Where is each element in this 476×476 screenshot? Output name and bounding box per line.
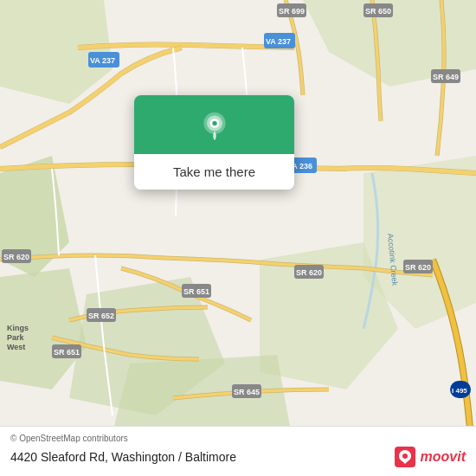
svg-text:SR 651: SR 651 (183, 287, 209, 296)
svg-point-48 (402, 453, 408, 459)
svg-text:West: West (7, 343, 25, 351)
map-svg: VA 237 VA 237 VA 236 VA 236 SR 699 SR 65… (0, 0, 476, 476)
map-container: VA 237 VA 237 VA 236 VA 236 SR 699 SR 65… (0, 0, 476, 476)
svg-point-46 (212, 121, 216, 125)
copyright-text: © OpenStreetMap contributors (10, 434, 466, 443)
take-me-there-button[interactable]: Take me there (134, 154, 294, 190)
svg-text:SR 620: SR 620 (3, 253, 29, 261)
moovit-logo: moovit (393, 445, 466, 469)
popup-card: Take me there (134, 95, 294, 190)
svg-text:I 495: I 495 (452, 387, 467, 395)
bottom-bar: © OpenStreetMap contributors 4420 Sleafo… (0, 426, 476, 476)
svg-text:SR 620: SR 620 (296, 268, 322, 277)
moovit-icon (393, 445, 417, 469)
svg-text:SR 620: SR 620 (405, 263, 431, 272)
svg-text:VA 237: VA 237 (266, 37, 291, 46)
svg-text:SR 649: SR 649 (433, 73, 459, 81)
svg-text:Park: Park (7, 333, 25, 342)
svg-text:SR 645: SR 645 (234, 388, 260, 396)
svg-text:Kings: Kings (7, 324, 29, 332)
svg-text:SR 650: SR 650 (365, 7, 391, 16)
svg-text:SR 652: SR 652 (88, 312, 114, 320)
moovit-brand-text: moovit (421, 449, 466, 465)
address-row: 4420 Sleaford Rd, Washington / Baltimore… (10, 445, 466, 469)
svg-text:SR 651: SR 651 (54, 348, 80, 357)
map-pin-icon (199, 111, 230, 142)
svg-text:VA 237: VA 237 (90, 56, 115, 65)
svg-text:SR 699: SR 699 (279, 7, 305, 16)
popup-header (134, 95, 294, 154)
address-text: 4420 Sleaford Rd, Washington / Baltimore (10, 450, 236, 464)
